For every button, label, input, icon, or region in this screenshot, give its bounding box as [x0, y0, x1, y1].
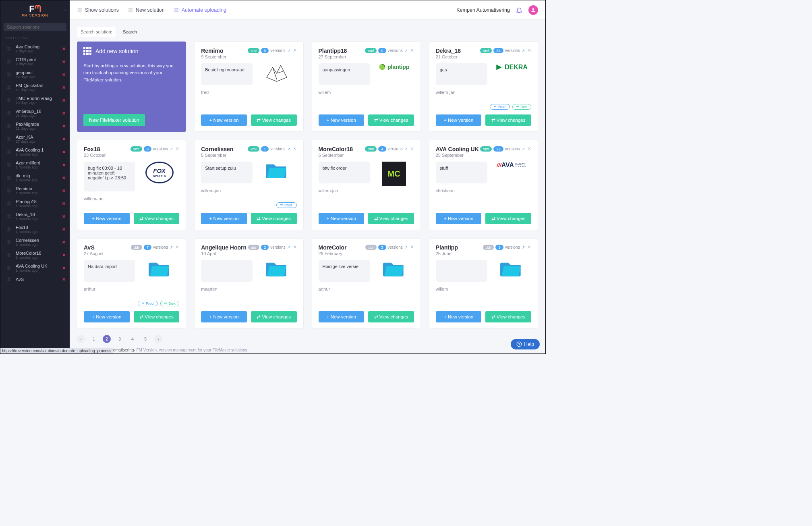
sidebar-item[interactable]: Azor_KA 27 days ago ✕ — [0, 133, 70, 146]
search-input[interactable] — [77, 27, 116, 37]
delete-icon[interactable]: ✕ — [62, 111, 66, 116]
pager-page[interactable]: 2 — [103, 335, 111, 343]
versions-link[interactable]: versions — [505, 245, 520, 249]
sidebar-item[interactable]: dk_mig 1 months ago ✕ — [0, 171, 70, 184]
delete-icon[interactable]: ✕ — [62, 124, 66, 129]
new-version-button[interactable]: + New version — [319, 213, 365, 224]
sidebar-search-input[interactable] — [4, 23, 66, 31]
external-link-icon[interactable]: ↗ — [522, 48, 525, 53]
nav-show-solutions[interactable]: Show solutions — [77, 7, 119, 13]
view-changes-button[interactable]: ⇄ View changes — [134, 213, 180, 224]
sidebar-item[interactable]: MoreColor18 1 months ago ✕ — [0, 249, 70, 262]
close-icon[interactable]: ✕ — [527, 48, 531, 53]
new-version-button[interactable]: + New version — [201, 114, 247, 126]
view-changes-button[interactable]: ⇄ View changes — [251, 114, 297, 126]
delete-icon[interactable]: ✕ — [62, 162, 66, 168]
sidebar-item[interactable]: Ava Cooling 1 days ago ✕ — [0, 42, 70, 55]
new-version-button[interactable]: + New version — [319, 311, 365, 322]
sidebar-item[interactable]: PaxMigratie 21 days ago ✕ — [0, 120, 70, 133]
pager-page[interactable]: 1 — [90, 335, 98, 343]
versions-link[interactable]: versions — [505, 48, 520, 53]
delete-icon[interactable]: ✕ — [62, 150, 66, 155]
external-link-icon[interactable]: ↗ — [522, 245, 525, 249]
delete-icon[interactable]: ✕ — [62, 59, 66, 64]
view-changes-button[interactable]: ⇄ View changes — [251, 311, 297, 322]
new-version-button[interactable]: + New version — [436, 311, 482, 322]
delete-icon[interactable]: ✕ — [62, 201, 66, 206]
external-link-icon[interactable]: ↗ — [170, 245, 173, 249]
help-button[interactable]: Help — [511, 339, 540, 349]
close-icon[interactable]: ✕ — [410, 244, 414, 250]
versions-link[interactable]: versions — [505, 147, 520, 151]
sidebar-item[interactable]: Fox18 1 months ago ✕ — [0, 223, 70, 236]
close-icon[interactable]: ✕ — [527, 244, 531, 250]
versions-link[interactable]: versions — [270, 245, 285, 249]
view-changes-button[interactable]: ⇄ View changes — [485, 213, 531, 224]
new-version-button[interactable]: + New version — [319, 114, 365, 126]
versions-link[interactable]: versions — [388, 147, 403, 151]
sidebar-item[interactable]: Remimo 1 months ago ✕ — [0, 184, 70, 197]
delete-icon[interactable]: ✕ — [62, 175, 66, 181]
external-link-icon[interactable]: ↗ — [404, 147, 408, 151]
view-changes-button[interactable]: ⇄ View changes — [485, 114, 531, 126]
versions-link[interactable]: versions — [153, 245, 168, 249]
external-link-icon[interactable]: ↗ — [522, 147, 525, 151]
sidebar-item[interactable]: Dekra_18 1 months ago ✕ — [0, 210, 70, 223]
external-link-icon[interactable]: ↗ — [287, 147, 290, 151]
versions-link[interactable]: versions — [270, 147, 285, 151]
close-icon[interactable]: ✕ — [293, 244, 297, 250]
versions-link[interactable]: versions — [388, 245, 403, 249]
pager-page[interactable]: 4 — [128, 335, 137, 343]
sidebar-item[interactable]: vmGroup_18 21 days ago ✕ — [0, 107, 70, 120]
view-changes-button[interactable]: ⇄ View changes — [485, 311, 531, 322]
close-icon[interactable]: ✕ — [175, 146, 179, 152]
sidebar-toggle-icon[interactable]: ≡ — [63, 8, 66, 14]
view-changes-button[interactable]: ⇄ View changes — [368, 311, 414, 322]
sidebar-item[interactable]: AVA Cooling 1 1 months ago ✕ — [0, 146, 70, 158]
delete-icon[interactable]: ✕ — [62, 227, 66, 232]
delete-icon[interactable]: ✕ — [62, 137, 66, 142]
versions-link[interactable]: versions — [153, 147, 168, 151]
view-changes-button[interactable]: ⇄ View changes — [368, 114, 414, 126]
close-icon[interactable]: ✕ — [293, 48, 297, 53]
sidebar-item[interactable]: Plantipp18 1 months ago ✕ — [0, 197, 70, 210]
close-icon[interactable]: ✕ — [410, 48, 414, 53]
external-link-icon[interactable]: ↗ — [170, 147, 173, 151]
new-version-button[interactable]: + New version — [436, 213, 482, 224]
brand-logo[interactable]: Fᘉ FM VERSION — [0, 0, 70, 19]
view-changes-button[interactable]: ⇄ View changes — [368, 213, 414, 224]
external-link-icon[interactable]: ↗ — [287, 48, 290, 53]
pager-next[interactable]: › — [154, 335, 162, 343]
sidebar-item[interactable]: AVA Cooling UK 1 months ago ✕ — [0, 262, 70, 274]
delete-icon[interactable]: ✕ — [62, 266, 66, 271]
versions-link[interactable]: versions — [270, 48, 285, 53]
delete-icon[interactable]: ✕ — [62, 98, 66, 103]
external-link-icon[interactable]: ↗ — [404, 245, 408, 249]
search-button[interactable]: Search — [120, 27, 140, 36]
close-icon[interactable]: ✕ — [293, 146, 297, 152]
pager-page[interactable]: 3 — [116, 335, 124, 343]
sidebar-item[interactable]: geopoint 14 days ago ✕ — [0, 68, 70, 81]
delete-icon[interactable]: ✕ — [62, 46, 66, 52]
new-version-button[interactable]: + New version — [436, 114, 482, 126]
new-version-button[interactable]: + New version — [201, 311, 247, 322]
new-version-button[interactable]: + New version — [84, 213, 130, 224]
new-version-button[interactable]: + New version — [201, 213, 247, 224]
sidebar-item[interactable]: AvS ✕ — [0, 274, 70, 284]
external-link-icon[interactable]: ↗ — [404, 48, 408, 53]
versions-link[interactable]: versions — [388, 48, 403, 53]
delete-icon[interactable]: ✕ — [62, 85, 66, 90]
delete-icon[interactable]: ✕ — [62, 214, 66, 219]
new-version-button[interactable]: + New version — [84, 311, 130, 322]
pager-page[interactable]: 5 — [141, 335, 149, 343]
delete-icon[interactable]: ✕ — [62, 277, 66, 282]
delete-icon[interactable]: ✕ — [62, 240, 66, 245]
delete-icon[interactable]: ✕ — [62, 253, 66, 258]
close-icon[interactable]: ✕ — [527, 146, 531, 152]
sidebar-item[interactable]: Azor millford 1 months ago ✕ — [0, 158, 70, 171]
delete-icon[interactable]: ✕ — [62, 188, 66, 193]
close-icon[interactable]: ✕ — [410, 146, 414, 152]
view-changes-button[interactable]: ⇄ View changes — [134, 311, 180, 322]
delete-icon[interactable]: ✕ — [62, 72, 66, 77]
pager-prev[interactable]: ‹ — [77, 335, 85, 343]
